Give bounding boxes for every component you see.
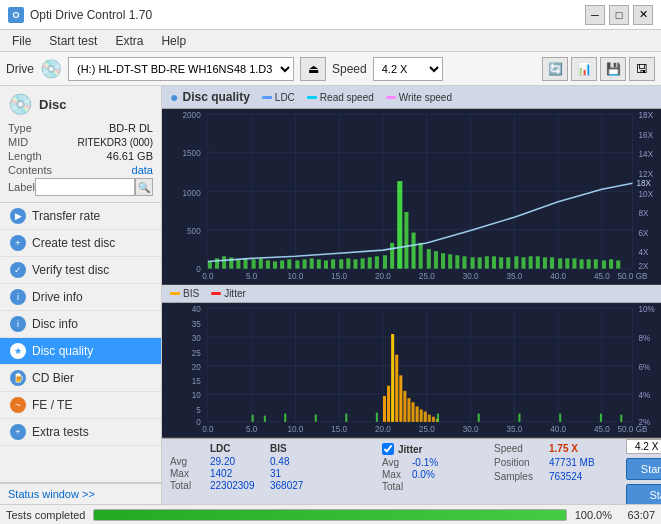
svg-rect-154 — [432, 417, 435, 422]
disc-type-row: Type BD-R DL — [8, 122, 153, 134]
svg-text:500: 500 — [187, 227, 201, 236]
svg-text:15.0: 15.0 — [331, 272, 347, 281]
svg-rect-75 — [448, 254, 452, 268]
svg-rect-84 — [514, 256, 518, 268]
svg-text:6X: 6X — [639, 229, 649, 238]
sidebar-item-fe-te[interactable]: ~ FE / TE — [0, 392, 161, 419]
type-value: BD-R DL — [109, 122, 153, 134]
jitter-total-row: Total — [382, 481, 462, 492]
speed-select[interactable]: 4.2 X 2 X 4 X 6 X 8 X Max — [373, 57, 443, 81]
bottom-chart-svg: 40 30 20 10 0 35 25 15 5 10% 8% 6% 4% 2%… — [162, 303, 661, 437]
svg-rect-91 — [565, 258, 569, 268]
mid-label: MID — [8, 136, 28, 148]
svg-text:16X: 16X — [639, 131, 654, 140]
svg-text:14X: 14X — [639, 150, 654, 159]
svg-text:50.0 GB: 50.0 GB — [618, 425, 648, 434]
svg-rect-161 — [376, 413, 378, 422]
sidebar-item-drive-info[interactable]: i Drive info — [0, 284, 161, 311]
svg-rect-166 — [600, 414, 602, 422]
drive-label: Drive — [6, 62, 34, 76]
start-part-button[interactable]: Start part — [626, 484, 661, 504]
menu-file[interactable]: File — [4, 32, 39, 50]
jitter-max-val: 0.0% — [412, 469, 452, 480]
type-label: Type — [8, 122, 32, 134]
toolbar-btn-disc[interactable]: 💾 — [600, 57, 626, 81]
legend-jitter: Jitter — [211, 288, 246, 299]
toolbar-btn-refresh[interactable]: 🔄 — [542, 57, 568, 81]
svg-text:20: 20 — [192, 363, 201, 372]
jitter-stats: Jitter Avg -0.1% Max 0.0% Total — [382, 443, 462, 504]
eject-button[interactable]: ⏏ — [300, 57, 326, 81]
svg-rect-152 — [424, 412, 427, 422]
menu-extra[interactable]: Extra — [107, 32, 151, 50]
speed-inline-select[interactable]: 4.2 X 2 X Max — [626, 439, 661, 454]
label-search-button[interactable]: 🔍 — [135, 178, 153, 196]
jitter-total-val — [412, 481, 452, 492]
svg-text:25.0: 25.0 — [419, 425, 435, 434]
label-input[interactable] — [35, 178, 135, 196]
maximize-button[interactable]: □ — [609, 5, 629, 25]
menu-help[interactable]: Help — [153, 32, 194, 50]
start-full-button[interactable]: Start full — [626, 458, 661, 480]
avg-ldc: 29.20 — [210, 456, 270, 467]
legend-ldc: LDC — [262, 92, 295, 103]
title-bar-left: O Opti Drive Control 1.70 — [8, 7, 152, 23]
sidebar-item-create-test-disc[interactable]: + Create test disc — [0, 230, 161, 257]
svg-text:0.0: 0.0 — [202, 272, 214, 281]
minimize-button[interactable]: ─ — [585, 5, 605, 25]
svg-text:8X: 8X — [639, 209, 649, 218]
svg-rect-88 — [543, 257, 547, 268]
jitter-avg-label: Avg — [382, 457, 412, 468]
svg-rect-98 — [616, 260, 620, 268]
svg-rect-76 — [455, 255, 459, 268]
svg-rect-43 — [215, 258, 219, 268]
chart-title-text: Disc quality — [182, 90, 249, 104]
svg-rect-49 — [259, 258, 263, 268]
progress-bar-fill — [94, 510, 565, 520]
sidebar-item-extra-tests[interactable]: + Extra tests — [0, 419, 161, 446]
svg-rect-142 — [383, 396, 386, 422]
toolbar-btn-chart[interactable]: 📊 — [571, 57, 597, 81]
transfer-rate-icon: ▶ — [10, 208, 26, 224]
svg-text:2000: 2000 — [183, 111, 202, 120]
sidebar-item-transfer-rate[interactable]: ▶ Transfer rate — [0, 203, 161, 230]
jitter-checkbox[interactable] — [382, 443, 394, 455]
total-label: Total — [170, 480, 210, 491]
svg-rect-81 — [492, 256, 496, 268]
svg-rect-54 — [295, 260, 299, 268]
legend-ldc-label: LDC — [275, 92, 295, 103]
svg-rect-77 — [462, 256, 466, 268]
verify-test-disc-icon: ✓ — [10, 262, 26, 278]
disc-length-row: Length 46.61 GB — [8, 150, 153, 162]
contents-value: data — [132, 164, 153, 176]
contents-label: Contents — [8, 164, 52, 176]
svg-rect-146 — [399, 375, 402, 422]
length-label: Length — [8, 150, 42, 162]
svg-rect-59 — [331, 259, 335, 268]
svg-rect-64 — [368, 257, 372, 268]
toolbar-btn-save[interactable]: 🖫 — [629, 57, 655, 81]
svg-text:10: 10 — [192, 391, 201, 400]
svg-text:30.0: 30.0 — [463, 272, 479, 281]
drive-select[interactable]: (H:) HL-DT-ST BD-RE WH16NS48 1.D3 — [68, 57, 294, 81]
sidebar-item-disc-quality[interactable]: ★ Disc quality — [0, 338, 161, 365]
drive-info-icon: i — [10, 289, 26, 305]
svg-rect-156 — [252, 415, 254, 422]
status-window-button[interactable]: Status window >> — [0, 482, 161, 504]
svg-rect-158 — [284, 414, 286, 422]
close-button[interactable]: ✕ — [633, 5, 653, 25]
legend-bis-dot — [170, 292, 180, 295]
sidebar-item-disc-info[interactable]: i Disc info — [0, 311, 161, 338]
sidebar-item-cd-bier[interactable]: 🍺 CD Bier — [0, 365, 161, 392]
legend-ldc-dot — [262, 96, 272, 99]
legend-write-speed-label: Write speed — [399, 92, 452, 103]
svg-text:5.0: 5.0 — [246, 272, 258, 281]
samples-value: 763524 — [549, 471, 599, 482]
svg-text:35.0: 35.0 — [506, 272, 522, 281]
menu-start-test[interactable]: Start test — [41, 32, 105, 50]
stats-header-row: LDC BIS — [170, 443, 350, 456]
top-chart-svg: 2000 1500 1000 500 0 18X 16X 14X 12X 10X… — [162, 109, 661, 284]
extra-tests-icon: + — [10, 424, 26, 440]
sidebar-item-verify-test-disc[interactable]: ✓ Verify test disc — [0, 257, 161, 284]
svg-text:8%: 8% — [639, 334, 651, 343]
